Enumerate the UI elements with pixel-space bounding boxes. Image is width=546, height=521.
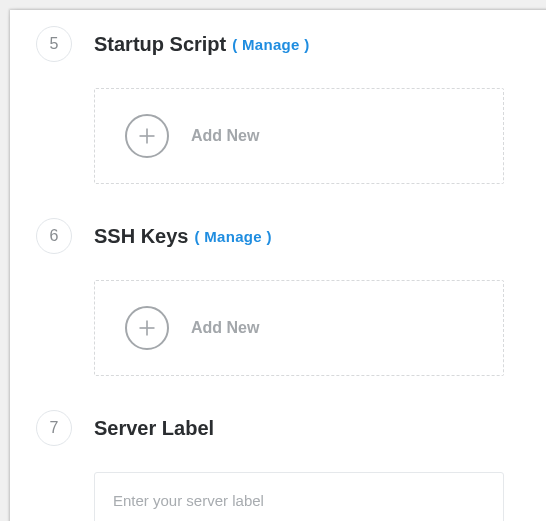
- section-startup-script: 5 Startup Script ( Manage ) Add New: [10, 10, 546, 202]
- add-new-label: Add New: [191, 127, 259, 145]
- section-header: 7 Server Label: [36, 410, 530, 446]
- add-startup-script-button[interactable]: Add New: [94, 88, 504, 184]
- step-number: 6: [36, 218, 72, 254]
- add-ssh-key-button[interactable]: Add New: [94, 280, 504, 376]
- section-body: Add New: [36, 254, 530, 376]
- manage-ssh-link[interactable]: ( Manage ): [195, 228, 272, 245]
- section-body: Add New: [36, 62, 530, 184]
- server-label-input[interactable]: [94, 472, 504, 521]
- config-panel: 5 Startup Script ( Manage ) Add New 6 SS…: [10, 10, 546, 521]
- section-body: [36, 446, 530, 521]
- section-title: SSH Keys: [94, 225, 189, 248]
- step-number: 7: [36, 410, 72, 446]
- section-server-label: 7 Server Label: [10, 394, 546, 521]
- section-title: Startup Script: [94, 33, 226, 56]
- section-title: Server Label: [94, 417, 214, 440]
- step-number: 5: [36, 26, 72, 62]
- plus-icon: [125, 306, 169, 350]
- section-header: 5 Startup Script ( Manage ): [36, 26, 530, 62]
- add-new-label: Add New: [191, 319, 259, 337]
- section-ssh-keys: 6 SSH Keys ( Manage ) Add New: [10, 202, 546, 394]
- section-header: 6 SSH Keys ( Manage ): [36, 218, 530, 254]
- plus-icon: [125, 114, 169, 158]
- manage-startup-link[interactable]: ( Manage ): [232, 36, 309, 53]
